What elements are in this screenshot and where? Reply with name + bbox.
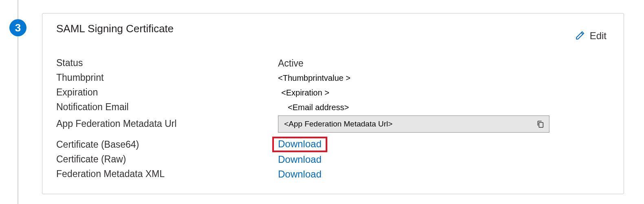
download-fed-xml-link[interactable]: Download	[278, 169, 322, 180]
step-number: 3	[15, 22, 21, 34]
row-expiration: Expiration <Expiration >	[56, 85, 610, 100]
row-fed-xml: Federation Metadata XML Download	[56, 167, 610, 182]
label-metadata-url: App Federation Metadata Url	[56, 117, 278, 131]
row-notification-email: Notification Email <Email address>	[56, 100, 610, 115]
value-thumbprint: <Thumbprintvalue >	[278, 73, 610, 83]
row-thumbprint: Thumbprint <Thumbprintvalue >	[56, 71, 610, 85]
value-expiration: <Expiration >	[278, 88, 610, 98]
label-expiration: Expiration	[56, 85, 278, 100]
row-cert-base64: Certificate (Base64) Download	[56, 137, 610, 152]
row-cert-raw: Certificate (Raw) Download	[56, 152, 610, 167]
label-cert-raw: Certificate (Raw)	[56, 152, 278, 167]
saml-signing-certificate-card: SAML Signing Certificate Edit Status Act…	[42, 13, 624, 194]
step-connector-line-bottom	[18, 36, 18, 204]
pencil-icon	[575, 30, 586, 42]
label-thumbprint: Thumbprint	[56, 71, 278, 85]
metadata-url-field[interactable]: <App Federation Metadata Url>	[278, 115, 549, 133]
label-notification-email: Notification Email	[56, 100, 278, 115]
value-status: Active	[278, 58, 610, 69]
step-number-badge: 3	[9, 19, 26, 36]
value-fed-xml: Download	[278, 169, 610, 180]
download-cert-base64-link[interactable]: Download	[278, 138, 322, 149]
row-metadata-url: App Federation Metadata Url <App Federat…	[56, 115, 610, 133]
svg-rect-0	[539, 122, 543, 127]
edit-label: Edit	[590, 30, 607, 42]
step-connector-line-top	[18, 0, 18, 19]
value-cert-raw: Download	[278, 154, 610, 165]
download-highlight: Download	[272, 137, 327, 152]
card-title: SAML Signing Certificate	[56, 22, 174, 35]
copy-icon[interactable]	[536, 120, 545, 129]
download-cert-raw-link[interactable]: Download	[278, 154, 322, 165]
value-metadata-url-container: <App Federation Metadata Url>	[278, 115, 610, 133]
label-fed-xml: Federation Metadata XML	[56, 167, 278, 182]
row-status: Status Active	[56, 56, 610, 71]
field-rows: Status Active Thumbprint <Thumbprintvalu…	[56, 56, 610, 182]
edit-button[interactable]: Edit	[575, 30, 607, 42]
label-cert-base64: Certificate (Base64)	[56, 137, 278, 152]
card-header: SAML Signing Certificate Edit	[56, 22, 610, 42]
value-cert-base64: Download	[278, 137, 610, 152]
label-status: Status	[56, 56, 278, 71]
value-notification-email: <Email address>	[278, 103, 610, 112]
metadata-url-text: <App Federation Metadata Url>	[284, 120, 536, 129]
